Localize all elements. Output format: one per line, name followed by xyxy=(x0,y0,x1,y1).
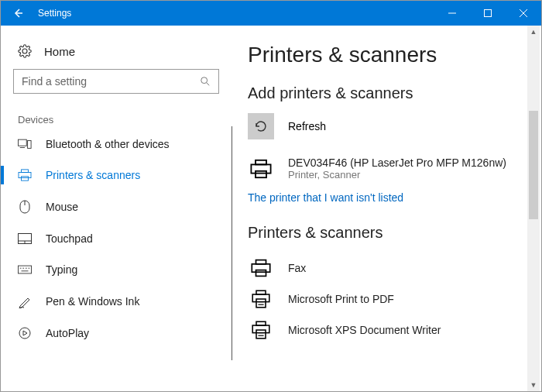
page-heading: Printers & scanners xyxy=(248,43,541,67)
svg-rect-7 xyxy=(18,139,26,146)
back-button[interactable] xyxy=(1,1,35,26)
minimize-button[interactable] xyxy=(434,1,470,26)
keyboard-icon xyxy=(18,265,32,274)
titlebar: Settings xyxy=(1,1,541,26)
search-input[interactable]: Find a setting xyxy=(13,69,219,94)
printer-item-xps[interactable]: Microsoft XPS Document Writer xyxy=(248,315,541,346)
svg-rect-34 xyxy=(256,299,266,308)
search-icon xyxy=(200,76,211,87)
svg-line-6 xyxy=(207,83,210,86)
sidebar-item-label: Mouse xyxy=(46,201,78,213)
not-listed-link[interactable]: The printer that I want isn't listed xyxy=(248,191,541,204)
mouse-icon xyxy=(18,200,32,214)
sidebar-item-autoplay[interactable]: AutoPlay xyxy=(1,318,232,349)
refresh-label: Refresh xyxy=(288,120,326,132)
svg-rect-27 xyxy=(251,164,270,173)
close-button[interactable] xyxy=(506,1,541,26)
printer-icon xyxy=(248,159,274,179)
svg-rect-39 xyxy=(256,330,266,339)
svg-rect-12 xyxy=(22,177,29,181)
sidebar-item-pen[interactable]: Pen & Windows Ink xyxy=(1,285,232,318)
section-label-devices: Devices xyxy=(1,109,232,129)
svg-rect-33 xyxy=(252,294,269,302)
touchpad-icon xyxy=(18,233,32,244)
scroll-thumb[interactable] xyxy=(529,111,538,219)
sidebar-item-label: Typing xyxy=(46,263,77,276)
devices-icon xyxy=(18,139,32,150)
pen-icon xyxy=(18,294,32,308)
device-name: DEV034F46 (HP LaserJet Pro MFP M126nw) xyxy=(288,156,506,169)
printer-label: Microsoft XPS Document Writer xyxy=(288,324,441,336)
printer-icon xyxy=(248,290,274,308)
sidebar-item-typing[interactable]: Typing xyxy=(1,254,232,285)
printer-icon xyxy=(18,169,32,181)
svg-rect-38 xyxy=(252,325,269,333)
printer-item-pdf[interactable]: Microsoft Print to PDF xyxy=(248,284,541,315)
maximize-button[interactable] xyxy=(470,1,506,26)
device-type: Printer, Scanner xyxy=(288,169,506,181)
printer-item-fax[interactable]: Fax xyxy=(248,253,541,284)
found-device[interactable]: DEV034F46 (HP LaserJet Pro MFP M126nw) P… xyxy=(248,156,541,181)
minimize-icon xyxy=(448,9,456,17)
sidebar-item-label: Printers & scanners xyxy=(46,169,140,181)
printer-icon xyxy=(248,259,274,277)
sidebar-item-label: Touchpad xyxy=(46,232,93,245)
printer-label: Microsoft Print to PDF xyxy=(288,293,394,305)
printers-list-heading: Printers & scanners xyxy=(248,224,541,242)
add-heading: Add printers & scanners xyxy=(248,84,541,102)
svg-rect-8 xyxy=(28,141,32,149)
svg-rect-11 xyxy=(19,172,31,177)
printer-label: Fax xyxy=(288,262,306,274)
refresh-icon xyxy=(254,119,268,133)
sidebar-item-touchpad[interactable]: Touchpad xyxy=(1,223,232,254)
svg-rect-28 xyxy=(256,170,266,177)
window-title: Settings xyxy=(35,8,71,19)
svg-rect-31 xyxy=(256,270,266,277)
scrollbar[interactable]: ▲ ▼ xyxy=(527,26,540,391)
svg-rect-18 xyxy=(18,266,31,273)
sidebar-item-printers[interactable]: Printers & scanners xyxy=(1,160,232,191)
sidebar-item-label: Bluetooth & other devices xyxy=(46,138,170,150)
home-label: Home xyxy=(44,45,75,58)
svg-point-24 xyxy=(19,328,30,339)
close-icon xyxy=(520,9,527,17)
scroll-up-icon[interactable]: ▲ xyxy=(527,26,540,38)
sidebar: Home Find a setting Devices Bluetooth & … xyxy=(1,26,232,391)
svg-rect-10 xyxy=(22,170,29,173)
svg-rect-2 xyxy=(485,10,492,17)
main-panel: Printers & scanners Add printers & scann… xyxy=(232,26,541,391)
sidebar-item-label: Pen & Windows Ink xyxy=(46,295,139,308)
maximize-icon xyxy=(484,9,492,17)
autoplay-icon xyxy=(18,327,32,339)
printer-icon xyxy=(248,321,274,339)
back-arrow-icon xyxy=(12,7,24,19)
sidebar-item-mouse[interactable]: Mouse xyxy=(1,191,232,223)
refresh-button[interactable] xyxy=(248,113,274,139)
svg-marker-25 xyxy=(23,331,27,335)
sidebar-item-label: AutoPlay xyxy=(46,327,89,339)
svg-rect-30 xyxy=(252,264,269,272)
svg-point-5 xyxy=(201,77,208,84)
scroll-down-icon[interactable]: ▼ xyxy=(527,379,540,391)
sidebar-item-bluetooth[interactable]: Bluetooth & other devices xyxy=(1,129,232,160)
gear-icon xyxy=(18,44,32,58)
search-placeholder: Find a setting xyxy=(22,75,87,88)
home-button[interactable]: Home xyxy=(1,38,232,69)
